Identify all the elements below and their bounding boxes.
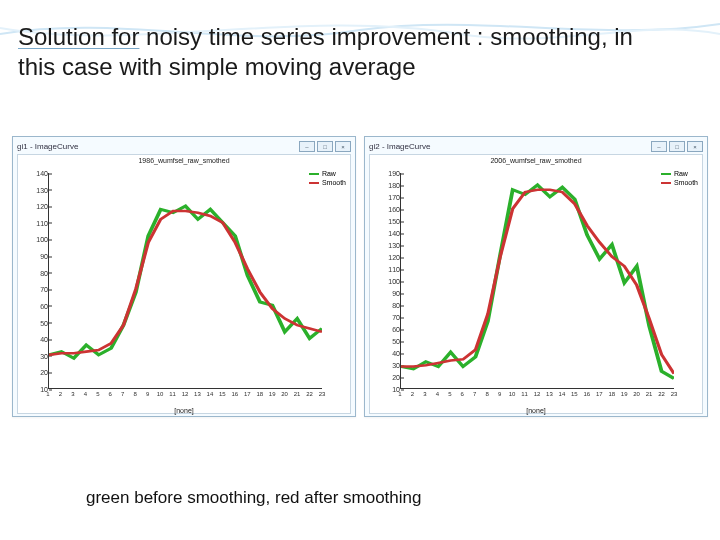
maximize-icon[interactable]: □ [669,141,685,152]
window-title: gi1 - ImageCurve [17,142,78,151]
close-icon[interactable]: × [687,141,703,152]
slide-title: Solution for noisy time series improveme… [18,22,702,82]
window-titlebar: gi2 - ImageCurve – □ × [369,141,703,152]
caption: green before smoothing, red after smooth… [86,488,421,508]
plot-area [48,173,322,389]
x-axis-label: [none] [18,407,350,414]
chart-title: 1986_wumfsel_raw_smothed [18,157,350,164]
slide: Solution for noisy time series improveme… [0,0,720,540]
y-axis: 1020304050607080901001101201301401501601… [372,173,400,389]
charts-row: gi1 - ImageCurve – □ × 1986_wumfsel_raw_… [12,136,708,417]
chart-window-right: gi2 - ImageCurve – □ × 2006_wumfsel_raw_… [364,136,708,417]
chart-title: 2006_wumfsel_raw_smothed [370,157,702,164]
maximize-icon[interactable]: □ [317,141,333,152]
plot-area [400,173,674,389]
y-axis: 102030405060708090100110120130140 [20,173,48,389]
minimize-icon[interactable]: – [651,141,667,152]
x-axis-label: [none] [370,407,702,414]
window-title: gi2 - ImageCurve [369,142,430,151]
window-titlebar: gi1 - ImageCurve – □ × [17,141,351,152]
window-buttons: – □ × [299,141,351,152]
minimize-icon[interactable]: – [299,141,315,152]
chart-window-left: gi1 - ImageCurve – □ × 1986_wumfsel_raw_… [12,136,356,417]
close-icon[interactable]: × [335,141,351,152]
x-axis: 1234567891011121314151617181920212223 [48,391,322,403]
plot-canvas: 2006_wumfsel_raw_smothed Raw Smooth 1020… [369,154,703,414]
window-buttons: – □ × [651,141,703,152]
x-axis: 1234567891011121314151617181920212223 [400,391,674,403]
plot-canvas: 1986_wumfsel_raw_smothed Raw Smooth 1020… [17,154,351,414]
